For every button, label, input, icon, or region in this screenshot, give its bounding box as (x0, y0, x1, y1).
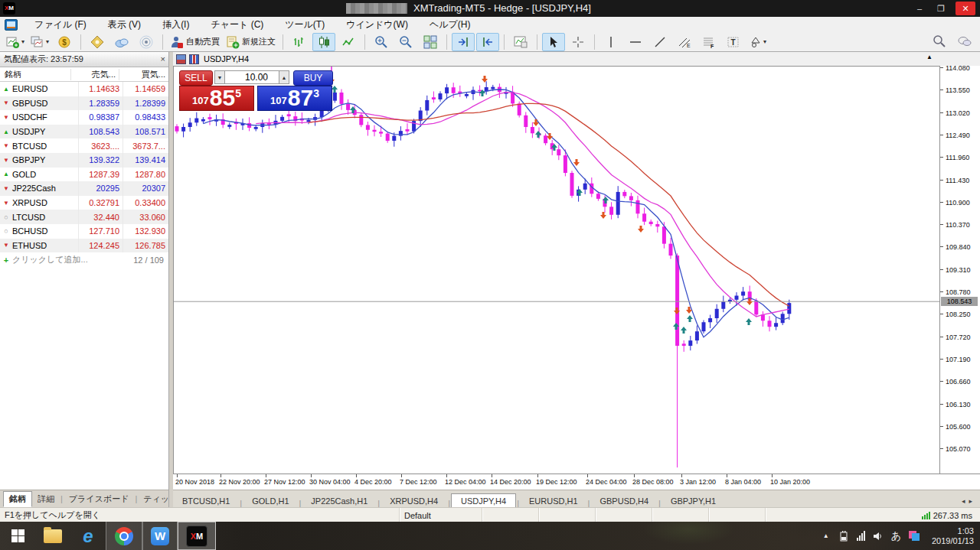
auto-trading-button[interactable]: 自動売買 (168, 33, 222, 51)
market-watch-row[interactable]: ▲USDJPY108.543108.571 (0, 125, 168, 139)
minimize-button[interactable]: – (910, 2, 929, 15)
menu-item[interactable]: 挿入(I) (152, 17, 200, 32)
menu-item[interactable]: ウインドウ(W) (335, 17, 419, 32)
tab-scroll-arrows[interactable]: ◂ ▸ (962, 497, 972, 508)
menu-item[interactable]: ヘルプ(H) (419, 17, 482, 32)
xm-mt5-button[interactable]: XM (178, 522, 216, 550)
market-watch-add-row[interactable]: + クリックして追加... 12 / 109 (0, 252, 168, 267)
cursor-tool-button[interactable] (542, 33, 565, 51)
market-watch-tab-銘柄[interactable]: 銘柄 (3, 491, 32, 507)
time-axis[interactable]: 20 Nov 201822 Nov 20:0027 Nov 12:0030 No… (173, 474, 980, 490)
menu-item[interactable]: ファイル (F) (24, 17, 97, 32)
menu-item[interactable]: ツール(T) (274, 17, 335, 32)
status-profile[interactable]: Default (400, 508, 482, 522)
close-button[interactable]: ✕ (956, 2, 975, 15)
volume-input[interactable] (224, 70, 279, 84)
volume-increase-button[interactable]: ▲ (279, 70, 289, 84)
horizontal-line-tool-button[interactable] (624, 33, 647, 51)
w-app-button[interactable]: W (142, 522, 178, 550)
market-watch-row[interactable]: ▲GOLD1287.391287.80 (0, 168, 168, 182)
market-watch-row[interactable]: ▼GBPUSD1.283591.28399 (0, 96, 168, 111)
arrow-down-icon: ▼ (0, 157, 12, 164)
market-watch-row[interactable]: ▼GBPJPY139.322139.414 (0, 153, 168, 168)
vertical-line-tool-button[interactable] (599, 33, 622, 51)
menu-item[interactable]: チャート (C) (200, 17, 274, 32)
market-watch-row[interactable]: ○LTCUSD32.44033.060 (0, 210, 168, 224)
market-watch-row[interactable]: ▼JP225Cash2029520307 (0, 181, 168, 196)
chrome-button[interactable] (106, 522, 142, 550)
chart-tab-JP225Cash,H1[interactable]: JP225Cash,H1 (302, 494, 377, 508)
new-chart-button[interactable]: ▾ (4, 33, 27, 51)
start-button[interactable] (0, 522, 35, 550)
file-explorer-button[interactable] (35, 522, 70, 550)
text-label-tool-button[interactable]: T (722, 33, 745, 51)
speaker-icon[interactable] (873, 531, 884, 542)
time-tick-label: 14 Dec 20:00 (490, 478, 531, 486)
wallet-button[interactable] (86, 33, 109, 51)
equidistant-channel-tool-button[interactable]: E (673, 33, 696, 51)
chart-shift-button[interactable] (476, 33, 499, 51)
buy-button[interactable]: BUY (293, 70, 333, 86)
sell-button[interactable]: SELL (179, 70, 213, 86)
symbol-name: BCHUSD (12, 226, 78, 236)
menu-item[interactable]: 表示 (V) (97, 17, 152, 32)
chart-tab-EURUSD,H1[interactable]: EURUSD,H1 (520, 494, 587, 508)
chat-icon[interactable] (957, 34, 972, 48)
internet-explorer-button[interactable]: e (70, 522, 106, 550)
history-center-button[interactable]: $ (53, 33, 76, 51)
app-icon: XM (3, 2, 15, 15)
chart-tab-GBPUSD,H4[interactable]: GBPUSD,H4 (590, 494, 658, 508)
chart-tab-BTCUSD,H1[interactable]: BTCUSD,H1 (173, 494, 239, 508)
market-watch-tab-プライスボード[interactable]: プライスボード (64, 492, 135, 506)
search-icon[interactable] (933, 34, 946, 48)
notification-icon[interactable] (909, 531, 921, 542)
connection-status[interactable]: 267.33 ms (922, 511, 980, 520)
indicators-button[interactable] (509, 33, 532, 51)
taskbar-clock[interactable]: 1:03 2019/01/13 (932, 526, 974, 546)
chart-plot-area[interactable] (173, 66, 940, 474)
column-sell[interactable]: 売気... (70, 69, 119, 80)
cloud-button[interactable] (110, 33, 133, 51)
buy-price-box[interactable]: 107 87 3 (257, 86, 332, 111)
chart-menu-arrow-icon[interactable]: ▲ (926, 54, 933, 60)
market-watch-tab-詳細[interactable]: 詳細 (32, 492, 60, 506)
crosshair-tool-button[interactable] (567, 33, 590, 51)
line-chart-mode-button[interactable] (337, 33, 360, 51)
fibonacci-tool-button[interactable]: F (697, 33, 720, 51)
zoom-in-button[interactable] (370, 33, 393, 51)
column-buy[interactable]: 買気... (119, 69, 168, 80)
auto-scroll-button[interactable] (452, 33, 475, 51)
symbol-name: GBPJPY (12, 155, 78, 164)
new-order-button[interactable]: 新規注文 (224, 33, 278, 51)
volume-decrease-button[interactable]: ▼ (214, 70, 225, 84)
network-signal-icon[interactable] (857, 531, 865, 541)
market-watch-row[interactable]: ▲EURUSD1.146331.14659 (0, 82, 168, 96)
candlestick-mode-button[interactable] (312, 33, 335, 51)
market-watch-row[interactable]: ○BCHUSD127.710132.930 (0, 224, 168, 239)
trendline-tool-button[interactable] (648, 33, 671, 51)
tile-windows-button[interactable] (419, 33, 442, 51)
market-watch-row[interactable]: ▼USDCHF0.983870.98433 (0, 110, 168, 125)
sell-price-box[interactable]: 107 85 5 (179, 86, 254, 111)
zoom-out-button[interactable] (394, 33, 417, 51)
bar-chart-mode-button[interactable] (288, 33, 311, 51)
chart-titlebar[interactable]: USDJPY,H4 ▲ (173, 52, 980, 67)
signals-button[interactable] (135, 33, 158, 51)
shapes-tool-button[interactable]: ▾ (746, 33, 769, 51)
chart-tab-XRPUSD,H4[interactable]: XRPUSD,H4 (381, 494, 447, 508)
market-watch-row[interactable]: ▼XRPUSD0.327910.33400 (0, 196, 168, 210)
market-watch-close-icon[interactable]: × (161, 52, 165, 67)
profiles-button[interactable]: ▾ (28, 33, 51, 51)
market-watch-row[interactable]: ▼BTCUSD3623....3673.7... (0, 138, 168, 153)
price-axis[interactable]: 114.080113.550113.020112.490111.960111.4… (940, 66, 980, 474)
chart-tab-GBPJPY,H1[interactable]: GBPJPY,H1 (662, 494, 725, 508)
market-watch-row[interactable]: ▼ETHUSD124.245126.785 (0, 239, 168, 253)
column-symbol[interactable]: 銘柄 (0, 69, 70, 80)
tray-expand-icon[interactable]: ▲ (823, 532, 829, 539)
ime-icon[interactable]: あ (891, 529, 901, 543)
battery-icon[interactable] (837, 531, 849, 542)
status-empty-cell (539, 508, 596, 522)
restore-button[interactable]: ❐ (931, 2, 951, 15)
chart-tab-USDJPY,H4[interactable]: USDJPY,H4 (451, 493, 516, 509)
chart-tab-GOLD,H1[interactable]: GOLD,H1 (243, 494, 298, 508)
